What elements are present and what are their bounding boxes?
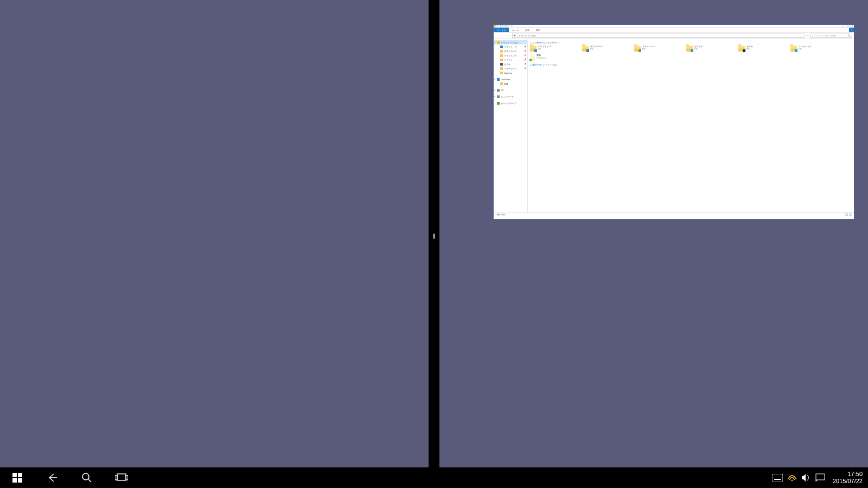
action-center-icon[interactable] bbox=[815, 473, 825, 482]
nav-documents[interactable]: ドキュメント📌 bbox=[494, 53, 527, 57]
search-input[interactable]: クイック アクセスの検索 🔍 bbox=[810, 34, 852, 38]
nav-label: ドキュメント bbox=[504, 54, 517, 57]
nav-downloads[interactable]: ダウンロード📌 bbox=[494, 49, 527, 53]
system-tray: 17:50 2015/07/22 bbox=[770, 471, 868, 485]
nav-label: ミュージック bbox=[504, 67, 517, 70]
back-button[interactable] bbox=[35, 467, 69, 488]
folder-downloads[interactable]: ダウンロードPC bbox=[582, 45, 634, 54]
group-label: 最近使用したファイル (1) bbox=[532, 63, 557, 66]
maximize-button[interactable]: ▢ bbox=[847, 25, 848, 27]
nav-up-button[interactable]: ↑ bbox=[507, 34, 511, 37]
refresh-button[interactable]: ⟳ bbox=[806, 34, 809, 37]
nav-pc[interactable]: ▸PC bbox=[494, 88, 527, 92]
minimize-button[interactable]: — bbox=[842, 25, 844, 27]
folder-desktop[interactable]: デスクトップPC bbox=[530, 45, 582, 54]
music-icon bbox=[500, 67, 503, 70]
downloads-icon bbox=[500, 50, 503, 53]
nav-forward-button[interactable]: → bbox=[501, 34, 506, 37]
nav-label: クイック アクセス bbox=[501, 41, 519, 44]
folder-icon bbox=[530, 46, 537, 52]
ribbon-tab-home[interactable]: ホーム bbox=[509, 28, 522, 32]
close-button[interactable]: ✕ bbox=[852, 25, 853, 27]
svg-rect-9 bbox=[774, 479, 781, 480]
pictures-icon bbox=[500, 59, 503, 61]
chevron-right-icon: ▸ bbox=[494, 95, 495, 98]
folder-pictures[interactable]: ピクチャPC bbox=[686, 45, 738, 54]
chevron-down-icon: ▾ bbox=[494, 78, 495, 80]
nav-quick-access[interactable]: ▾ クイック アクセス bbox=[494, 40, 527, 44]
nav-homegroup[interactable]: ホームグループ bbox=[494, 101, 527, 105]
clock[interactable]: 17:50 2015/07/22 bbox=[829, 471, 866, 485]
group-header-recent[interactable]: ▸ 最近使用したファイル (1) bbox=[530, 62, 852, 67]
nav-back-button[interactable]: ← bbox=[495, 34, 500, 37]
nav-tsukumo[interactable]: tsukumo bbox=[494, 70, 527, 75]
search-button[interactable] bbox=[69, 467, 104, 488]
folder-music[interactable]: ミュージックPC bbox=[790, 45, 843, 54]
documents-icon bbox=[500, 54, 503, 57]
snap-resize-handle[interactable]: ll bbox=[432, 231, 436, 242]
pc-icon bbox=[497, 89, 500, 92]
svg-rect-11 bbox=[816, 474, 825, 480]
start-button[interactable] bbox=[0, 467, 35, 488]
folder-icon bbox=[582, 46, 589, 52]
keyboard-icon[interactable] bbox=[772, 474, 783, 481]
ribbon-tab-view[interactable]: 表示 bbox=[533, 28, 544, 32]
ribbon-tab-share[interactable]: 共有 bbox=[522, 28, 533, 32]
item-loc: PC bbox=[642, 48, 655, 50]
svg-rect-7 bbox=[126, 476, 128, 480]
volume-icon[interactable] bbox=[801, 473, 811, 482]
pin-icon: 📌 bbox=[524, 63, 527, 65]
task-view-icon bbox=[115, 473, 128, 483]
svg-rect-3 bbox=[18, 478, 22, 483]
view-mode-buttons bbox=[845, 213, 852, 216]
ribbon-help-button[interactable]: ? bbox=[849, 28, 854, 32]
pin-icon: 📌 bbox=[524, 67, 527, 69]
ribbon-tabs: ファイル ホーム 共有 表示 ? bbox=[494, 28, 854, 33]
svg-point-10 bbox=[792, 480, 793, 481]
task-view-button[interactable] bbox=[104, 467, 139, 488]
nav-onedrive[interactable]: ▾OneDrive bbox=[494, 77, 527, 81]
windows-icon bbox=[12, 473, 22, 483]
content-pane[interactable]: ▾ よく使用するフォルダー (7) デスクトップPC ダウンロードPC ドキュメ… bbox=[528, 39, 854, 216]
nav-pictures[interactable]: ピクチャ📌 bbox=[494, 57, 527, 62]
group-header-frequent[interactable]: ▾ よく使用するフォルダー (7) bbox=[530, 40, 852, 45]
desktop-icon bbox=[500, 46, 503, 48]
pin-icon: 📌 bbox=[524, 46, 527, 48]
search-icon: 🔍 bbox=[848, 34, 851, 37]
folder-onedrive-pictures[interactable]: 画像OneDrive bbox=[530, 54, 582, 62]
nav-music[interactable]: ミュージック📌 bbox=[494, 66, 527, 70]
nav-network[interactable]: ▸ネットワーク bbox=[494, 94, 527, 99]
folder-icon bbox=[500, 82, 503, 85]
folder-icon bbox=[738, 46, 745, 52]
folder-videos[interactable]: ビデオPC bbox=[738, 45, 790, 54]
item-loc: PC bbox=[746, 48, 753, 50]
folder-documents[interactable]: ドキュメントPC bbox=[634, 45, 686, 54]
folder-icon bbox=[634, 46, 641, 52]
network-icon[interactable] bbox=[787, 474, 797, 481]
address-bar[interactable]: ★ › クイック アクセス bbox=[512, 34, 805, 38]
file-explorer-window[interactable]: ▾ | エクスプローラー — ▢ ✕ ファイル ホーム 共有 表示 ? ← → … bbox=[493, 24, 854, 220]
chevron-right-icon: ▸ bbox=[494, 89, 495, 91]
status-text: 7 個の項目 bbox=[495, 213, 506, 216]
nav-videos[interactable]: ビデオ📌 bbox=[494, 62, 527, 66]
clock-date: 2015/07/22 bbox=[833, 478, 863, 485]
group-label: よく使用するフォルダー (7) bbox=[532, 41, 559, 44]
navigation-pane[interactable]: ▾ クイック アクセス デスクトップ📌 ダウンロード📌 ドキュメント📌 ピクチャ… bbox=[494, 39, 528, 216]
star-icon bbox=[497, 41, 500, 44]
view-details-button[interactable] bbox=[845, 213, 848, 216]
chevron-down-icon: ▾ bbox=[494, 41, 495, 43]
svg-point-4 bbox=[82, 473, 89, 480]
nav-onedrive-pictures[interactable]: 画像 bbox=[494, 81, 527, 86]
nav-label: デスクトップ bbox=[504, 46, 517, 48]
qa-btn[interactable]: ▾ bbox=[497, 25, 498, 27]
nav-label: ネットワーク bbox=[501, 95, 514, 98]
ribbon-tab-file[interactable]: ファイル bbox=[494, 28, 509, 32]
breadcrumb-current[interactable]: クイック アクセス bbox=[519, 34, 537, 37]
nav-label: ピクチャ bbox=[504, 59, 513, 61]
snap-zone-left[interactable] bbox=[0, 0, 429, 467]
svg-rect-1 bbox=[18, 473, 22, 477]
arrow-left-icon bbox=[46, 472, 58, 484]
view-tiles-button[interactable] bbox=[849, 213, 852, 216]
nav-desktop[interactable]: デスクトップ📌 bbox=[494, 44, 527, 49]
address-bar-row: ← → ↑ ★ › クイック アクセス ⟳ クイック アクセスの検索 🔍 bbox=[494, 33, 854, 39]
